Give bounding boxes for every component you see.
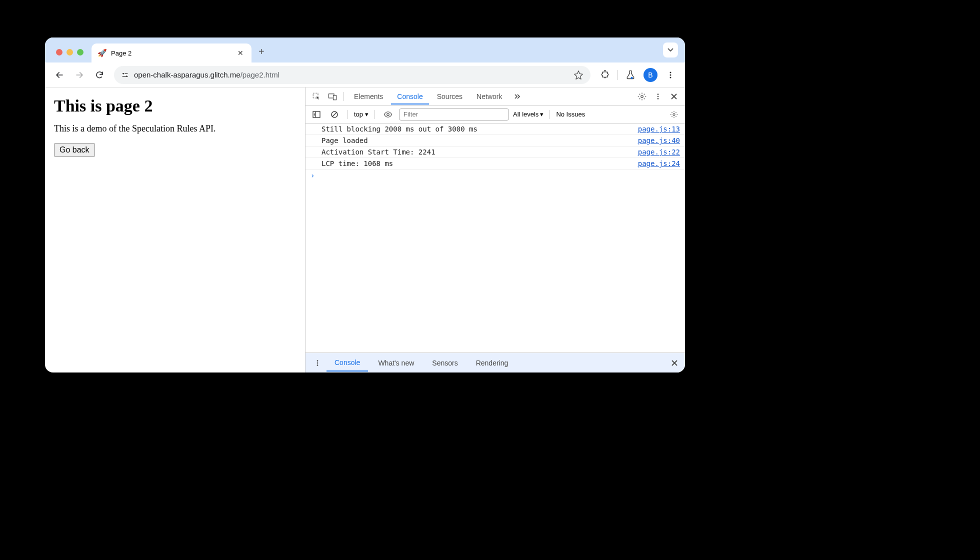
tab-console[interactable]: Console xyxy=(391,88,428,104)
log-levels-selector[interactable]: All levels ▾ xyxy=(513,110,544,118)
browser-tab[interactable]: 🚀 Page 2 ✕ xyxy=(92,44,252,62)
console-log-row: LCP time: 1068 ms page.js:24 xyxy=(306,158,685,170)
devtools-menu-button[interactable] xyxy=(651,90,665,104)
go-back-button[interactable]: Go back xyxy=(54,143,95,157)
window-close-button[interactable] xyxy=(56,49,62,56)
console-toolbar: top ▾ All levels ▾ No Issues xyxy=(306,106,685,124)
clear-console-button[interactable] xyxy=(328,108,342,122)
content-area: This is page 2 This is a demo of the Spe… xyxy=(45,88,685,372)
close-icon xyxy=(671,360,678,366)
log-message: Page loaded xyxy=(322,136,368,144)
svg-point-12 xyxy=(658,98,659,100)
toolbar-separator xyxy=(618,70,618,80)
flask-icon xyxy=(626,70,636,80)
devtools-tab-bar: Elements Console Sources Network xyxy=(306,88,685,106)
svg-point-15 xyxy=(387,113,390,116)
svg-point-17 xyxy=(317,360,318,362)
forward-button[interactable] xyxy=(71,66,88,84)
gear-icon xyxy=(670,110,678,118)
console-log-row: Still blocking 2000 ms out of 3000 ms pa… xyxy=(306,124,685,135)
inspect-icon xyxy=(312,92,321,101)
drawer-menu-button[interactable] xyxy=(310,356,324,370)
new-tab-button[interactable]: + xyxy=(252,46,272,62)
reload-button[interactable] xyxy=(91,66,108,84)
svg-point-4 xyxy=(670,74,672,76)
log-source-link[interactable]: page.js:13 xyxy=(638,125,680,133)
more-tabs-button[interactable] xyxy=(510,90,524,104)
console-settings-button[interactable] xyxy=(667,108,681,122)
gear-icon xyxy=(638,92,646,101)
drawer-close-button[interactable] xyxy=(669,358,680,368)
inspect-element-button[interactable] xyxy=(310,90,324,104)
svg-point-3 xyxy=(670,72,672,73)
console-filter-input[interactable] xyxy=(399,108,509,120)
kebab-icon xyxy=(654,93,662,100)
console-log-row: Activation Start Time: 2241 page.js:22 xyxy=(306,146,685,158)
log-message: Activation Start Time: 2241 xyxy=(322,148,436,156)
kebab-icon xyxy=(314,360,321,366)
tab-network[interactable]: Network xyxy=(470,88,508,104)
window-minimize-button[interactable] xyxy=(66,49,73,56)
drawer-tab-whats-new[interactable]: What's new xyxy=(370,355,422,371)
tab-close-button[interactable]: ✕ xyxy=(236,48,246,58)
devtools-close-button[interactable] xyxy=(667,90,681,104)
labs-button[interactable] xyxy=(622,66,639,84)
svg-point-0 xyxy=(122,73,124,74)
svg-point-5 xyxy=(670,76,672,78)
svg-point-18 xyxy=(317,362,318,364)
svg-point-10 xyxy=(658,94,659,95)
console-separator xyxy=(550,110,550,119)
devtools-drawer: Console What's new Sensors Rendering xyxy=(306,352,685,372)
console-log-row: Page loaded page.js:40 xyxy=(306,135,685,146)
rocket-icon: 🚀 xyxy=(98,48,107,58)
log-message: Still blocking 2000 ms out of 3000 ms xyxy=(322,125,478,133)
extensions-button[interactable] xyxy=(596,66,614,84)
url-text: open-chalk-asparagus.glitch.me/page2.htm… xyxy=(134,70,568,79)
tab-elements[interactable]: Elements xyxy=(348,88,389,104)
drawer-tab-rendering[interactable]: Rendering xyxy=(468,355,516,371)
browser-toolbar: open-chalk-asparagus.glitch.me/page2.htm… xyxy=(45,62,685,88)
log-source-link[interactable]: page.js:22 xyxy=(638,148,680,156)
devtools-separator xyxy=(344,92,344,101)
console-prompt[interactable]: › xyxy=(306,170,685,182)
profile-button[interactable]: B xyxy=(642,66,659,84)
tab-title: Page 2 xyxy=(111,50,232,57)
reload-icon xyxy=(95,70,104,80)
page-content: This is page 2 This is a demo of the Spe… xyxy=(45,88,305,372)
puzzle-icon xyxy=(600,70,610,80)
site-settings-icon[interactable] xyxy=(121,71,129,79)
chevrons-right-icon xyxy=(513,92,521,100)
back-button[interactable] xyxy=(51,66,68,84)
page-paragraph: This is a demo of the Speculation Rules … xyxy=(54,124,296,134)
svg-point-19 xyxy=(317,364,318,366)
tab-sources[interactable]: Sources xyxy=(431,88,468,104)
context-selector[interactable]: top ▾ xyxy=(354,110,368,118)
window-maximize-button[interactable] xyxy=(77,49,84,56)
devtools-settings-button[interactable] xyxy=(635,90,649,104)
svg-point-1 xyxy=(126,76,128,77)
live-expression-button[interactable] xyxy=(381,108,395,122)
log-source-link[interactable]: page.js:24 xyxy=(638,160,680,168)
arrow-left-icon xyxy=(55,70,64,80)
issues-button[interactable]: No Issues xyxy=(556,110,585,118)
address-bar[interactable]: open-chalk-asparagus.glitch.me/page2.htm… xyxy=(114,66,590,84)
drawer-tab-console[interactable]: Console xyxy=(326,354,368,372)
log-source-link[interactable]: page.js:40 xyxy=(638,136,680,144)
log-message: LCP time: 1068 ms xyxy=(322,160,393,168)
star-icon xyxy=(574,70,584,80)
drawer-tab-sensors[interactable]: Sensors xyxy=(424,355,466,371)
avatar: B xyxy=(644,68,658,82)
devices-icon xyxy=(328,92,337,101)
chevron-down-icon xyxy=(668,48,674,52)
arrow-right-icon xyxy=(75,70,84,80)
bookmark-button[interactable] xyxy=(574,70,584,80)
browser-menu-button[interactable] xyxy=(662,66,679,84)
window-controls xyxy=(51,49,88,62)
toggle-sidebar-button[interactable] xyxy=(310,108,324,122)
svg-point-2 xyxy=(630,76,632,78)
caret-down-icon: ▾ xyxy=(540,110,544,118)
console-separator xyxy=(374,110,375,119)
device-toolbar-button[interactable] xyxy=(326,90,340,104)
window-dropdown-button[interactable] xyxy=(663,42,678,58)
close-icon xyxy=(670,93,678,100)
